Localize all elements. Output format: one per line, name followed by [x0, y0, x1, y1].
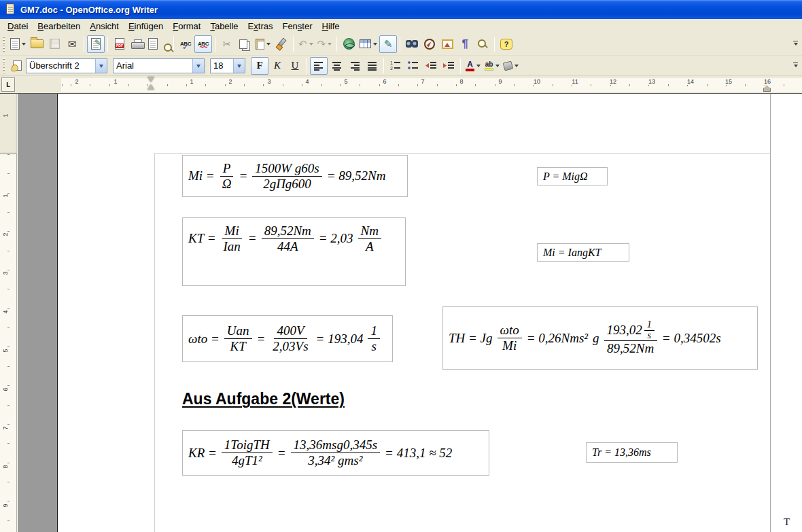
menu-einfuegen[interactable]: Einfügen [124, 20, 168, 33]
zoom-magnifier-icon [477, 39, 488, 50]
bold-button[interactable]: F [251, 57, 268, 75]
draw-functions-button[interactable]: ✎ [379, 35, 397, 53]
title-bar[interactable]: GM7.doc - OpenOffice.org Writer [0, 0, 802, 19]
toolbar-separator [494, 37, 495, 52]
formula-frame-p[interactable]: P = MigΩ [537, 167, 608, 185]
toolbar-grip[interactable] [1, 37, 6, 52]
new-document-button[interactable] [8, 35, 28, 53]
align-right-icon [349, 61, 360, 71]
ruler-number: 5 [2, 349, 9, 352]
edit-file-button[interactable]: ✎ [87, 35, 105, 53]
italic-icon: K [274, 60, 281, 71]
redo-button[interactable]: ↷ [315, 35, 334, 53]
format-paintbrush-button[interactable] [273, 35, 290, 53]
increase-indent-button[interactable] [440, 57, 457, 75]
pencil-icon: ✎ [94, 39, 101, 47]
decrease-indent-button[interactable] [422, 57, 440, 75]
justify-icon [367, 61, 377, 71]
formula-frame-mi2[interactable]: Mi = IangKT [537, 243, 629, 262]
page-preview-button[interactable] [146, 35, 171, 53]
align-left-button[interactable] [310, 57, 328, 75]
table-icon [360, 39, 371, 48]
chevron-down-icon [328, 43, 332, 48]
chevron-down-icon[interactable] [95, 59, 107, 73]
undo-button[interactable]: ↶ [296, 35, 315, 53]
styles-icon [13, 60, 22, 71]
horizontal-ruler: L 2 1 1 2 3 4 5 6 7 8 9 10 11 12 13 14 1… [0, 76, 802, 94]
zoom-button[interactable] [474, 35, 491, 53]
bold-icon: F [256, 60, 262, 71]
bullet-list-button[interactable] [404, 57, 422, 75]
hyperlink-button[interactable] [340, 35, 358, 53]
toolbar-separator [293, 37, 294, 52]
font-color-button[interactable]: A [464, 57, 483, 75]
binoculars-icon [406, 40, 418, 48]
font-value: Arial [114, 60, 192, 71]
font-name-select[interactable]: Arial [113, 58, 205, 73]
formula-frame-th[interactable]: TH = Jg ωtoMi = 0,26Nms² g 193,021s89,52… [442, 306, 758, 370]
menu-tabelle[interactable]: Tabelle [205, 20, 243, 33]
paste-button[interactable] [254, 35, 273, 53]
print-button[interactable] [128, 35, 146, 53]
menu-hilfe[interactable]: Hilfe [317, 20, 345, 33]
auto-spellcheck-button[interactable]: ABC~~ [194, 35, 212, 53]
menu-bearbeiten[interactable]: Bearbeiten [33, 20, 85, 33]
formula-frame-kt[interactable]: KT = MiIan = 89,52Nm44A = 2,03 NmA [182, 217, 406, 286]
formula-frame-kr[interactable]: KR = 1ToigTH4gT1² = 13,36msg0,345s3,34² … [182, 430, 489, 476]
background-color-button[interactable] [502, 57, 521, 75]
align-right-button[interactable] [345, 57, 363, 75]
menu-format[interactable]: Format [168, 20, 205, 33]
navigator-button[interactable] [421, 35, 438, 53]
spellcheck-button[interactable]: ABC✓ [177, 35, 194, 53]
export-pdf-button[interactable]: PDF [111, 35, 128, 53]
email-button[interactable]: ✉ [63, 35, 81, 53]
toolbar-separator [107, 37, 108, 52]
app-icon [4, 3, 16, 16]
paragraph-style-select[interactable]: Überschrift 2 [26, 58, 107, 73]
find-replace-button[interactable] [403, 35, 421, 53]
toolbar-separator [460, 58, 461, 73]
underline-button[interactable]: U [286, 57, 304, 75]
chevron-down-icon [22, 43, 26, 48]
toolbar-grip[interactable] [1, 58, 6, 73]
insert-table-button[interactable] [358, 35, 379, 53]
bullet-list-icon [408, 60, 419, 71]
toolbar-options-button[interactable] [793, 63, 798, 69]
chevron-down-icon[interactable] [233, 59, 245, 73]
tab-type-selector[interactable]: L [1, 77, 15, 92]
chevron-down-icon[interactable] [192, 59, 204, 73]
formula-frame-tr[interactable]: Tr = 13,36ms [586, 442, 678, 463]
help-button[interactable]: ? [498, 35, 515, 53]
align-center-button[interactable] [328, 57, 345, 75]
ruler-number: 9 [497, 78, 503, 85]
menu-extras[interactable]: Extras [243, 20, 278, 33]
chevron-down-icon [794, 43, 798, 48]
justify-button[interactable] [363, 57, 381, 75]
menu-ansicht[interactable]: Ansicht [85, 20, 124, 33]
chevron-down-icon [266, 43, 271, 48]
styles-button[interactable] [8, 57, 26, 75]
font-size-select[interactable]: 18 [210, 58, 245, 73]
formula-frame-wto[interactable]: ωto = UanKT = 400V2,03Vs = 193,04 1s [182, 315, 393, 362]
section-heading[interactable]: Aus Aufgabe 2(Werte) [182, 390, 345, 408]
copy-button[interactable] [236, 35, 254, 53]
cut-button[interactable]: ✂ [218, 35, 236, 53]
magnifier-icon [163, 43, 174, 54]
gallery-button[interactable] [438, 35, 456, 53]
formatting-marks-button[interactable]: ¶ [456, 35, 474, 53]
menu-datei[interactable]: Datei [3, 20, 33, 33]
document-page[interactable]: Mi = PΩ = 1500W g60s2gΠg600 = 89,52Nm P … [57, 94, 802, 532]
toolbar-options-button[interactable] [793, 41, 798, 48]
italic-button[interactable]: K [268, 57, 286, 75]
writer-window: GM7.doc - OpenOffice.org Writer Datei Be… [0, 0, 802, 532]
open-button[interactable] [28, 35, 46, 53]
menu-fenster[interactable]: Fenster [277, 20, 317, 33]
ruler-number: 16 [763, 78, 772, 85]
new-document-icon [10, 38, 20, 50]
numbered-list-button[interactable]: 12 [387, 57, 404, 75]
save-button[interactable] [46, 35, 63, 53]
indent-marker[interactable] [147, 77, 155, 90]
highlighting-button[interactable]: ab [483, 57, 502, 75]
toolbar-separator [336, 37, 337, 52]
formula-frame-mi[interactable]: Mi = PΩ = 1500W g60s2gΠg600 = 89,52Nm [182, 155, 408, 197]
